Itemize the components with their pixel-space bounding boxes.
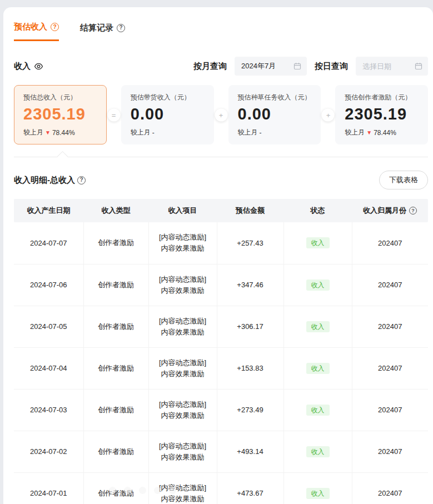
vs-last-month-label: 较上月 — [238, 128, 258, 137]
card-creator-incentive[interactable]: 预估创作者激励（元） 2305.19 较上月 ▼ 78.44% — [335, 85, 428, 144]
project-line1: [内容动态激励] — [149, 441, 217, 452]
project-line2: 内容效果激励 — [149, 368, 217, 380]
down-arrow-icon: ▼ — [45, 129, 51, 136]
col-month: 收入归属月份 ? — [352, 199, 428, 222]
month-picker[interactable] — [235, 57, 307, 76]
help-icon[interactable]: ? — [77, 176, 86, 184]
table-row: 2024-07-04 创作者激励 [内容动态激励]内容效果激励 +153.83 … — [14, 347, 428, 389]
status-badge: 收入 — [306, 280, 330, 291]
project-line1: [内容动态激励] — [149, 357, 217, 368]
project-line2: 内容效果激励 — [149, 493, 217, 504]
cell-date: 2024-07-07 — [14, 222, 83, 264]
calendar-icon[interactable] — [293, 62, 301, 70]
cell-project: [内容动态激励]内容效果激励 — [148, 264, 217, 306]
cell-type: 创作者激励 — [83, 264, 148, 306]
cell-date: 2024-07-04 — [14, 347, 83, 389]
day-picker-input[interactable] — [362, 62, 415, 71]
plus-operator-icon: + — [322, 108, 335, 121]
card-label: 预估创作者激励（元） — [345, 93, 419, 102]
income-table: 收入产生日期 收入类型 收入项目 预估金额 状态 收入归属月份 ? 2024-0… — [14, 199, 428, 504]
vs-last-month-label: 较上月 — [345, 128, 365, 137]
day-picker[interactable] — [356, 57, 428, 76]
cell-date: 2024-07-06 — [14, 264, 83, 306]
cell-project: [内容动态激励]内容效果激励 — [148, 431, 217, 472]
tab-settlement-records[interactable]: 结算记录 ? — [80, 22, 125, 41]
cell-date: 2024-07-02 — [14, 431, 83, 472]
section-divider — [14, 157, 428, 157]
cell-type: 创作者激励 — [83, 389, 148, 431]
cell-status: 收入 — [283, 222, 352, 264]
tab-label: 结算记录 — [80, 23, 113, 33]
table-row: 2024-07-03 创作者激励 [内容动态激励]内容效果激励 +273.49 … — [14, 389, 428, 431]
status-badge: 收入 — [306, 363, 330, 374]
change-value: 78.44% — [52, 129, 75, 137]
watermark-dots — [109, 487, 176, 494]
status-badge: 收入 — [306, 321, 330, 332]
table-header-row: 收入产生日期 收入类型 收入项目 预估金额 状态 收入归属月份 ? — [14, 199, 428, 222]
help-icon[interactable]: ? — [51, 23, 59, 31]
card-value: 0.00 — [131, 105, 205, 123]
cell-type: 创作者激励 — [83, 222, 148, 264]
col-month-label: 收入归属月份 — [363, 206, 406, 216]
card-seeding-task-income[interactable]: 预估种草任务收入（元） 0.00 较上月 - — [228, 85, 321, 144]
stat-cards: 预估总收入（元） 2305.19 较上月 ▼ 78.44% 预估带货收入（元） … — [14, 85, 428, 144]
day-query-label: 按日查询 — [315, 61, 348, 72]
vs-last-month-label: 较上月 — [131, 128, 151, 137]
cell-amount: +347.46 — [217, 264, 283, 306]
cell-project: [内容动态激励]内容效果激励 — [148, 222, 217, 264]
equals-operator-icon: = — [107, 108, 120, 121]
cell-amount: +273.49 — [217, 389, 283, 431]
project-line1: [内容动态激励] — [149, 316, 217, 327]
month-query-label: 按月查询 — [193, 61, 227, 72]
cell-date: 2024-07-05 — [14, 306, 83, 347]
project-line1: [内容动态激励] — [149, 399, 217, 410]
cell-date: 2024-07-01 — [14, 472, 83, 504]
cell-status: 收入 — [283, 306, 352, 347]
card-label: 预估种草任务收入（元） — [238, 93, 312, 102]
card-goods-income[interactable]: 预估带货收入（元） 0.00 较上月 - — [121, 85, 214, 144]
status-badge: 收入 — [306, 237, 330, 248]
date-filters: 按月查询 按日查询 — [193, 57, 428, 76]
download-table-button[interactable]: 下载表格 — [379, 171, 428, 189]
eye-icon[interactable] — [34, 62, 43, 71]
main-panel: 预估收入 ? 结算记录 ? 收入 按月查询 按日查询 — [3, 7, 433, 504]
card-label: 预估带货收入（元） — [131, 93, 205, 102]
col-type: 收入类型 — [83, 199, 148, 222]
cell-month: 202407 — [352, 306, 428, 347]
cell-status: 收入 — [283, 347, 352, 389]
cell-type: 创作者激励 — [83, 431, 148, 472]
cell-date: 2024-07-03 — [14, 389, 83, 431]
caret-notch — [57, 151, 68, 163]
detail-title-text: 收入明细-总收入 — [14, 175, 75, 186]
cell-month: 202407 — [352, 389, 428, 431]
card-footer: 较上月 ▼ 78.44% — [23, 128, 97, 137]
tab-estimated-income[interactable]: 预估收入 ? — [14, 22, 59, 41]
detail-title: 收入明细-总收入 ? — [14, 175, 86, 186]
project-line1: [内容动态激励] — [149, 232, 217, 243]
project-line2: 内容效果激励 — [149, 410, 217, 421]
calendar-icon[interactable] — [415, 62, 422, 70]
detail-header: 收入明细-总收入 ? 下载表格 — [14, 171, 428, 189]
card-total-income[interactable]: 预估总收入（元） 2305.19 较上月 ▼ 78.44% — [14, 85, 107, 144]
month-picker-input[interactable] — [241, 62, 293, 71]
income-section-title: 收入 — [14, 61, 43, 72]
help-icon[interactable]: ? — [409, 207, 417, 214]
change-value: - — [152, 129, 155, 137]
col-status: 状态 — [283, 199, 352, 222]
cell-month: 202407 — [352, 264, 428, 306]
cell-status: 收入 — [283, 264, 352, 306]
help-icon[interactable]: ? — [117, 24, 125, 32]
change-value: 78.44% — [374, 129, 396, 137]
plus-operator-icon: + — [215, 108, 227, 121]
card-footer: 较上月 - — [238, 128, 312, 137]
cell-amount: +306.17 — [217, 306, 283, 347]
table-row: 2024-07-01 创作者激励 [内容动态激励]内容效果激励 +473.67 … — [14, 472, 428, 504]
status-badge: 收入 — [306, 405, 330, 416]
change-value: - — [260, 129, 262, 137]
cell-amount: +257.43 — [217, 222, 283, 264]
project-line1: [内容动态激励] — [149, 274, 217, 285]
table-row: 2024-07-06 创作者激励 [内容动态激励]内容效果激励 +347.46 … — [14, 264, 428, 306]
cell-status: 收入 — [283, 431, 352, 472]
cell-month: 202407 — [352, 431, 428, 472]
tab-bar: 预估收入 ? 结算记录 ? — [14, 7, 428, 41]
